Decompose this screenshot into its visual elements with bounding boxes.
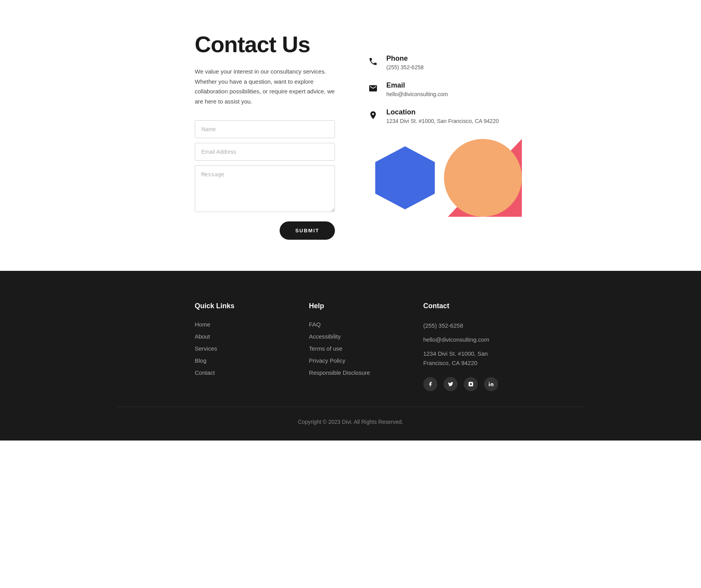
email-contact-item: Email hello@diviconsulting.com	[366, 81, 506, 97]
location-icon	[366, 108, 380, 122]
contact-heading: Contact	[423, 302, 506, 310]
help-heading: Help	[309, 302, 392, 310]
message-field-wrapper	[195, 165, 335, 218]
footer-phone: (255) 352-6258	[423, 321, 506, 330]
email-value: hello@diviconsulting.com	[386, 91, 448, 97]
location-label: Location	[386, 108, 499, 116]
name-field-wrapper	[195, 120, 335, 143]
footer-link-disclosure[interactable]: Responsible Disclosure	[309, 369, 392, 376]
phone-info: Phone (255) 352-6258	[386, 54, 424, 70]
message-input[interactable]	[195, 165, 335, 212]
name-input[interactable]	[195, 120, 335, 138]
footer-link-home[interactable]: Home	[195, 321, 278, 328]
phone-value: (255) 352-6258	[386, 64, 424, 70]
quick-links-heading: Quick Links	[195, 302, 278, 310]
footer-link-faq[interactable]: FAQ	[309, 321, 392, 328]
footer-link-accessibility[interactable]: Accessibility	[309, 333, 392, 340]
footer-link-services[interactable]: Services	[195, 345, 278, 352]
submit-button[interactable]: SUBMIT	[280, 221, 335, 240]
instagram-icon[interactable]	[464, 377, 478, 391]
location-info: Location 1234 Divi St. #1000, San Franci…	[386, 108, 499, 124]
footer-link-privacy[interactable]: Privacy Policy	[309, 357, 392, 364]
social-icons-group	[423, 377, 506, 391]
footer-help-col: Help FAQ Accessibility Terms of use Priv…	[309, 302, 392, 391]
email-label: Email	[386, 81, 448, 90]
footer-contact-col: Contact (255) 352-6258 hello@diviconsult…	[423, 302, 506, 391]
right-column: Phone (255) 352-6258 Email hello@divicon…	[366, 31, 506, 240]
facebook-icon[interactable]	[423, 377, 437, 391]
email-input[interactable]	[195, 143, 335, 161]
phone-icon	[366, 54, 380, 68]
main-content: Contact Us We value your interest in our…	[117, 0, 584, 271]
svg-marker-0	[375, 146, 435, 209]
svg-point-4	[489, 382, 490, 383]
decorative-shapes	[366, 135, 506, 221]
twitter-icon[interactable]	[444, 377, 458, 391]
left-column: Contact Us We value your interest in our…	[195, 31, 335, 240]
page-title: Contact Us	[195, 31, 335, 57]
footer-link-about[interactable]: About	[195, 333, 278, 340]
footer-address: 1234 Divi St. #1000, San Francisco, CA 9…	[423, 349, 506, 368]
email-icon	[366, 81, 380, 95]
email-field-wrapper	[195, 143, 335, 165]
page-subtitle: We value your interest in our consultanc…	[195, 67, 335, 106]
submit-wrapper: SUBMIT	[195, 218, 335, 240]
email-info: Email hello@diviconsulting.com	[386, 81, 448, 97]
footer-quick-links-col: Quick Links Home About Services Blog Con…	[195, 302, 278, 391]
hexagon-shape	[370, 143, 440, 213]
phone-contact-item: Phone (255) 352-6258	[366, 54, 506, 70]
location-contact-item: Location 1234 Divi St. #1000, San Franci…	[366, 108, 506, 124]
copyright-text: Copyright © 2023 Divi. All Rights Reserv…	[195, 419, 506, 425]
footer-email: hello@diviconsulting.com	[423, 335, 506, 344]
footer-inner: Quick Links Home About Services Blog Con…	[117, 302, 584, 391]
footer-bottom: Copyright © 2023 Divi. All Rights Reserv…	[117, 407, 584, 425]
footer-link-terms[interactable]: Terms of use	[309, 345, 392, 352]
linkedin-icon[interactable]	[484, 377, 498, 391]
phone-label: Phone	[386, 54, 424, 63]
footer-link-contact[interactable]: Contact	[195, 369, 278, 376]
footer-link-blog[interactable]: Blog	[195, 357, 278, 364]
location-value: 1234 Divi St. #1000, San Francisco, CA 9…	[386, 118, 499, 124]
footer: Quick Links Home About Services Blog Con…	[0, 271, 701, 441]
circle-shape	[444, 139, 522, 217]
